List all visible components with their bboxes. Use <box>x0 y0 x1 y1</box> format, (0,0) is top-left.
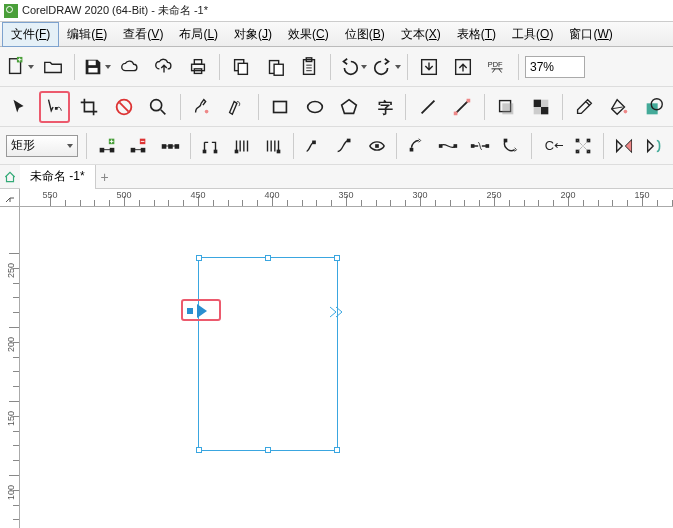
line-tool[interactable] <box>412 91 443 123</box>
stretch-button[interactable]: C⟷ <box>540 132 564 160</box>
svg-rect-42 <box>174 144 179 149</box>
align-nodes-button[interactable] <box>572 132 596 160</box>
cusp-button[interactable] <box>302 132 326 160</box>
menu-text[interactable]: 文本(X) <box>393 23 449 46</box>
artistic-tool[interactable] <box>221 91 252 123</box>
crop-tool[interactable] <box>74 91 105 123</box>
new-button[interactable] <box>4 52 34 82</box>
extend-button[interactable] <box>437 132 461 160</box>
paste-button[interactable] <box>260 52 290 82</box>
svg-rect-5 <box>194 59 201 64</box>
rectangle-tool[interactable] <box>265 91 296 123</box>
menu-bitmap[interactable]: 位图(B) <box>337 23 393 46</box>
clipboard-button[interactable] <box>294 52 324 82</box>
to-curve-button[interactable] <box>261 132 285 160</box>
svg-rect-51 <box>439 144 443 148</box>
elastic-button[interactable] <box>643 132 667 160</box>
eyedropper-tool[interactable] <box>569 91 600 123</box>
menu-file[interactable]: 文件(F) <box>2 22 59 47</box>
no-tool[interactable] <box>108 91 139 123</box>
dimension-tool[interactable] <box>447 91 478 123</box>
menu-table[interactable]: 表格(T) <box>449 23 504 46</box>
shadow-tool[interactable] <box>491 91 522 123</box>
add-node-button[interactable] <box>95 132 119 160</box>
menu-effect[interactable]: 效果(C) <box>280 23 337 46</box>
menu-edit[interactable]: 编辑(E) <box>59 23 115 46</box>
node-highlight <box>181 299 221 321</box>
svg-rect-26 <box>502 103 513 114</box>
smartfill-tool[interactable] <box>638 91 669 123</box>
export-button[interactable] <box>448 52 478 82</box>
save-button[interactable] <box>81 52 111 82</box>
menu-window[interactable]: 窗口(W) <box>561 23 620 46</box>
menu-bar: 文件(F) 编辑(E) 查看(V) 布局(L) 对象(J) 效果(C) 位图(B… <box>0 22 673 47</box>
svg-rect-2 <box>88 60 95 65</box>
zoom-input[interactable] <box>525 56 585 78</box>
standard-toolbar: PDF <box>0 47 673 87</box>
svg-rect-3 <box>88 67 97 72</box>
svg-rect-30 <box>541 107 548 114</box>
home-tab[interactable] <box>0 170 20 184</box>
delete-node-button[interactable] <box>127 132 151 160</box>
shape-combo[interactable]: 矩形 <box>6 135 78 157</box>
reverse-button[interactable] <box>405 132 429 160</box>
svg-rect-40 <box>162 144 167 149</box>
svg-rect-28 <box>541 99 548 106</box>
ellipse-tool[interactable] <box>299 91 330 123</box>
menu-layout[interactable]: 布局(L) <box>171 23 226 46</box>
document-tab[interactable]: 未命名 -1* <box>20 165 96 189</box>
close-curve-button[interactable] <box>500 132 524 160</box>
ruler-vertical[interactable]: 250200150100 <box>0 207 20 528</box>
open-button[interactable] <box>38 52 68 82</box>
to-line-button[interactable] <box>230 132 254 160</box>
shape-tool[interactable] <box>39 91 70 123</box>
svg-rect-44 <box>214 149 218 153</box>
svg-rect-4 <box>192 64 205 70</box>
freehand-tool[interactable] <box>186 91 217 123</box>
svg-rect-53 <box>471 144 475 148</box>
svg-rect-55 <box>504 138 508 142</box>
reflect-h-button[interactable] <box>612 132 636 160</box>
pdf-button[interactable]: PDF <box>482 52 512 82</box>
fill-tool[interactable] <box>604 91 635 123</box>
polygon-tool[interactable] <box>334 91 365 123</box>
import-button[interactable] <box>414 52 444 82</box>
node-right-icon <box>329 306 343 318</box>
handle-tl[interactable] <box>196 255 202 261</box>
ruler-origin[interactable] <box>0 189 20 207</box>
app-title: CorelDRAW 2020 (64-Bit) - 未命名 -1* <box>22 3 208 18</box>
undo-button[interactable] <box>337 52 367 82</box>
smooth-button[interactable] <box>333 132 357 160</box>
menu-object[interactable]: 对象(J) <box>226 23 280 46</box>
svg-rect-23 <box>454 111 458 115</box>
handle-tm[interactable] <box>265 255 271 261</box>
extract-button[interactable] <box>468 132 492 160</box>
canvas[interactable] <box>20 207 673 528</box>
handle-br[interactable] <box>334 447 340 453</box>
menu-tools[interactable]: 工具(O) <box>504 23 561 46</box>
print-button[interactable] <box>183 52 213 82</box>
handle-bm[interactable] <box>265 447 271 453</box>
svg-rect-45 <box>234 149 238 153</box>
toolbox: 字 <box>0 87 673 127</box>
svg-rect-20 <box>274 101 287 112</box>
text-tool[interactable]: 字 <box>369 91 400 123</box>
selection-rectangle[interactable] <box>198 257 338 451</box>
svg-rect-49 <box>375 144 379 148</box>
new-tab-button[interactable]: + <box>96 168 114 186</box>
zoom-tool[interactable] <box>143 91 174 123</box>
cloud-button[interactable] <box>115 52 145 82</box>
handle-bl[interactable] <box>196 447 202 453</box>
handle-tr[interactable] <box>334 255 340 261</box>
transparency-tool[interactable] <box>525 91 556 123</box>
copy-button[interactable] <box>226 52 256 82</box>
join-nodes-button[interactable] <box>158 132 182 160</box>
symmetric-button[interactable] <box>365 132 389 160</box>
cloud-up-button[interactable] <box>149 52 179 82</box>
title-bar: CorelDRAW 2020 (64-Bit) - 未命名 -1* <box>0 0 673 22</box>
menu-view[interactable]: 查看(V) <box>115 23 171 46</box>
pick-tool[interactable] <box>4 91 35 123</box>
break-node-button[interactable] <box>198 132 222 160</box>
ruler-horizontal[interactable]: 550500450400350300250200150 <box>20 189 673 207</box>
redo-button[interactable] <box>371 52 401 82</box>
